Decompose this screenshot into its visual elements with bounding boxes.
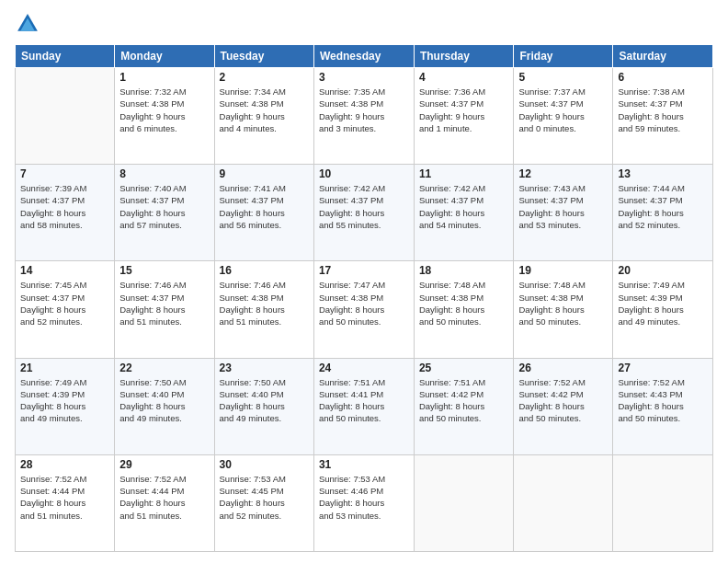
column-header-saturday: Saturday [613,45,713,68]
day-info: Sunrise: 7:52 AM Sunset: 4:43 PM Dayligh… [618,376,708,425]
calendar-cell: 30Sunrise: 7:53 AM Sunset: 4:45 PM Dayli… [214,454,313,551]
calendar-cell: 29Sunrise: 7:52 AM Sunset: 4:44 PM Dayli… [115,454,214,551]
day-number: 4 [419,71,509,84]
column-header-sunday: Sunday [16,45,115,68]
day-number: 25 [419,362,509,374]
calendar-cell: 4Sunrise: 7:36 AM Sunset: 4:37 PM Daylig… [414,68,514,165]
day-number: 22 [119,362,209,374]
calendar-cell: 3Sunrise: 7:35 AM Sunset: 4:38 PM Daylig… [313,68,414,165]
day-info: Sunrise: 7:46 AM Sunset: 4:37 PM Dayligh… [119,279,209,327]
calendar-cell [514,454,613,551]
header [15,11,713,37]
day-number: 23 [220,362,309,374]
day-info: Sunrise: 7:45 AM Sunset: 4:37 PM Dayligh… [20,279,109,327]
day-info: Sunrise: 7:46 AM Sunset: 4:38 PM Dayligh… [220,279,309,327]
calendar-cell: 9Sunrise: 7:41 AM Sunset: 4:37 PM Daylig… [214,165,313,261]
column-header-monday: Monday [115,45,214,68]
day-info: Sunrise: 7:49 AM Sunset: 4:39 PM Dayligh… [20,376,109,425]
calendar-cell: 23Sunrise: 7:50 AM Sunset: 4:40 PM Dayli… [214,358,313,454]
week-row: 21Sunrise: 7:49 AM Sunset: 4:39 PM Dayli… [16,358,713,454]
day-number: 16 [220,264,309,277]
day-info: Sunrise: 7:41 AM Sunset: 4:37 PM Dayligh… [220,182,309,231]
column-header-tuesday: Tuesday [214,45,313,68]
day-info: Sunrise: 7:52 AM Sunset: 4:44 PM Dayligh… [20,473,109,522]
day-number: 7 [20,167,109,180]
calendar-cell: 17Sunrise: 7:47 AM Sunset: 4:38 PM Dayli… [313,261,414,358]
column-header-wednesday: Wednesday [313,45,414,68]
day-number: 30 [220,458,309,471]
calendar-cell: 8Sunrise: 7:40 AM Sunset: 4:37 PM Daylig… [115,165,214,261]
day-number: 5 [518,71,608,84]
day-number: 2 [220,71,309,84]
calendar-cell: 1Sunrise: 7:32 AM Sunset: 4:38 PM Daylig… [115,68,214,165]
day-info: Sunrise: 7:34 AM Sunset: 4:38 PM Dayligh… [220,86,309,134]
week-row: 14Sunrise: 7:45 AM Sunset: 4:37 PM Dayli… [16,261,713,358]
day-number: 14 [20,264,109,277]
calendar-cell: 25Sunrise: 7:51 AM Sunset: 4:42 PM Dayli… [414,358,514,454]
page: SundayMondayTuesdayWednesdayThursdayFrid… [0,0,728,563]
column-header-friday: Friday [514,45,613,68]
day-info: Sunrise: 7:32 AM Sunset: 4:38 PM Dayligh… [119,86,209,134]
calendar-cell: 11Sunrise: 7:42 AM Sunset: 4:37 PM Dayli… [414,165,514,261]
day-info: Sunrise: 7:40 AM Sunset: 4:37 PM Dayligh… [119,182,209,231]
week-row: 28Sunrise: 7:52 AM Sunset: 4:44 PM Dayli… [16,454,713,551]
day-number: 9 [220,167,309,180]
calendar-cell: 5Sunrise: 7:37 AM Sunset: 4:37 PM Daylig… [514,68,613,165]
calendar-cell: 7Sunrise: 7:39 AM Sunset: 4:37 PM Daylig… [16,165,115,261]
day-number: 6 [618,71,708,84]
calendar-cell: 16Sunrise: 7:46 AM Sunset: 4:38 PM Dayli… [214,261,313,358]
day-number: 17 [319,264,409,277]
day-number: 15 [119,264,209,277]
day-info: Sunrise: 7:52 AM Sunset: 4:42 PM Dayligh… [518,376,608,425]
day-info: Sunrise: 7:39 AM Sunset: 4:37 PM Dayligh… [20,182,109,231]
day-info: Sunrise: 7:48 AM Sunset: 4:38 PM Dayligh… [419,279,509,327]
calendar-cell: 2Sunrise: 7:34 AM Sunset: 4:38 PM Daylig… [214,68,313,165]
calendar-cell: 28Sunrise: 7:52 AM Sunset: 4:44 PM Dayli… [16,454,115,551]
day-info: Sunrise: 7:52 AM Sunset: 4:44 PM Dayligh… [119,473,209,522]
calendar-cell [414,454,514,551]
calendar-cell: 21Sunrise: 7:49 AM Sunset: 4:39 PM Dayli… [16,358,115,454]
day-number: 20 [618,264,708,277]
day-info: Sunrise: 7:44 AM Sunset: 4:37 PM Dayligh… [618,182,708,231]
day-number: 3 [319,71,409,84]
calendar-cell: 24Sunrise: 7:51 AM Sunset: 4:41 PM Dayli… [313,358,414,454]
day-number: 19 [518,264,608,277]
day-number: 11 [419,167,509,180]
calendar-table: SundayMondayTuesdayWednesdayThursdayFrid… [15,44,713,552]
day-number: 18 [419,264,509,277]
day-info: Sunrise: 7:37 AM Sunset: 4:37 PM Dayligh… [518,86,608,134]
day-info: Sunrise: 7:42 AM Sunset: 4:37 PM Dayligh… [419,182,509,231]
day-info: Sunrise: 7:48 AM Sunset: 4:38 PM Dayligh… [518,279,608,327]
day-number: 26 [518,362,608,374]
calendar-cell: 26Sunrise: 7:52 AM Sunset: 4:42 PM Dayli… [514,358,613,454]
calendar-cell [16,68,115,165]
column-header-thursday: Thursday [414,45,514,68]
day-info: Sunrise: 7:53 AM Sunset: 4:45 PM Dayligh… [220,473,309,522]
day-info: Sunrise: 7:50 AM Sunset: 4:40 PM Dayligh… [220,376,309,425]
header-row: SundayMondayTuesdayWednesdayThursdayFrid… [16,45,713,68]
day-info: Sunrise: 7:36 AM Sunset: 4:37 PM Dayligh… [419,86,509,134]
day-info: Sunrise: 7:47 AM Sunset: 4:38 PM Dayligh… [319,279,409,327]
calendar-cell: 12Sunrise: 7:43 AM Sunset: 4:37 PM Dayli… [514,165,613,261]
calendar-cell: 19Sunrise: 7:48 AM Sunset: 4:38 PM Dayli… [514,261,613,358]
calendar-cell: 27Sunrise: 7:52 AM Sunset: 4:43 PM Dayli… [613,358,713,454]
day-number: 12 [518,167,608,180]
logo [15,11,44,37]
calendar-cell [613,454,713,551]
day-number: 24 [319,362,409,374]
day-info: Sunrise: 7:42 AM Sunset: 4:37 PM Dayligh… [319,182,409,231]
day-info: Sunrise: 7:51 AM Sunset: 4:41 PM Dayligh… [319,376,409,425]
day-number: 21 [20,362,109,374]
day-number: 1 [119,71,209,84]
day-number: 29 [119,458,209,471]
calendar-cell: 18Sunrise: 7:48 AM Sunset: 4:38 PM Dayli… [414,261,514,358]
week-row: 7Sunrise: 7:39 AM Sunset: 4:37 PM Daylig… [16,165,713,261]
day-info: Sunrise: 7:43 AM Sunset: 4:37 PM Dayligh… [518,182,608,231]
calendar-cell: 20Sunrise: 7:49 AM Sunset: 4:39 PM Dayli… [613,261,713,358]
day-number: 10 [319,167,409,180]
day-number: 31 [319,458,409,471]
calendar-cell: 15Sunrise: 7:46 AM Sunset: 4:37 PM Dayli… [115,261,214,358]
day-info: Sunrise: 7:50 AM Sunset: 4:40 PM Dayligh… [119,376,209,425]
calendar-cell: 22Sunrise: 7:50 AM Sunset: 4:40 PM Dayli… [115,358,214,454]
day-info: Sunrise: 7:49 AM Sunset: 4:39 PM Dayligh… [618,279,708,327]
